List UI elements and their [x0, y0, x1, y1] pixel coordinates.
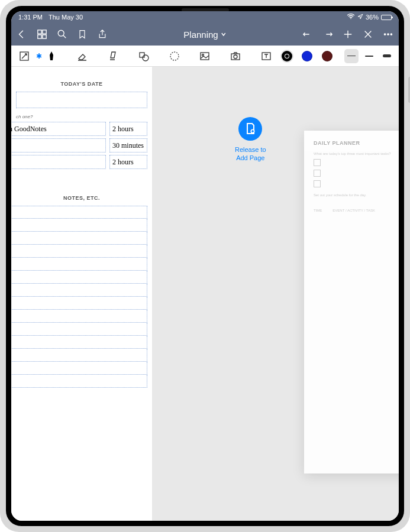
- close-edit-button[interactable]: [362, 28, 374, 40]
- zoom-tool[interactable]: [16, 48, 33, 64]
- svg-point-11: [143, 55, 148, 61]
- task-row[interactable]: s in GoodNotes 2 hours: [11, 122, 152, 136]
- color-blue[interactable]: [302, 51, 312, 61]
- section-date-title: TODAY'S DATE: [11, 81, 152, 87]
- thumbnails-button[interactable]: [36, 28, 48, 40]
- eraser-tool[interactable]: [74, 48, 91, 64]
- toolbar: ✱: [11, 46, 399, 67]
- back-button[interactable]: [16, 28, 28, 40]
- task-row[interactable]: 30 minutes: [11, 138, 152, 153]
- svg-rect-4: [43, 35, 46, 38]
- stroke-medium[interactable]: [362, 49, 376, 63]
- nav-bar: Planning: [11, 23, 399, 46]
- drag-checkbox: [314, 180, 321, 187]
- task-row[interactable]: rse 2 hours: [11, 155, 152, 169]
- drag-col-time: TIME: [314, 209, 322, 212]
- dragged-page-preview[interactable]: DAILY PLANNER What are today's top three…: [304, 131, 399, 473]
- search-button[interactable]: [56, 28, 68, 40]
- drag-page-title: DAILY PLANNER: [314, 140, 399, 146]
- task-time: 2 hours: [112, 125, 134, 134]
- svg-point-8: [390, 34, 392, 35]
- more-button[interactable]: [382, 28, 394, 40]
- color-darkred[interactable]: [322, 51, 332, 61]
- undo-button[interactable]: [302, 28, 314, 40]
- drag-sub: What are today's top three most importan…: [314, 152, 399, 155]
- drag-sub2: Set out your schedule for the day.: [314, 193, 399, 197]
- image-tool[interactable]: [196, 48, 213, 64]
- add-button[interactable]: [342, 28, 354, 40]
- color-black[interactable]: [282, 51, 292, 61]
- bookmark-button[interactable]: [76, 28, 88, 40]
- stroke-thin[interactable]: [344, 49, 359, 63]
- svg-rect-2: [43, 30, 46, 34]
- add-page-line2: Add Page: [236, 154, 264, 161]
- canvas-area[interactable]: TODAY'S DATE ch one? s in GoodNotes 2 ho…: [11, 67, 399, 521]
- status-time: 1:31 PM: [18, 14, 43, 21]
- pen-tool[interactable]: [43, 48, 60, 64]
- shapes-tool[interactable]: [135, 48, 152, 64]
- battery-pct: 36%: [366, 14, 379, 21]
- add-page-cue: Release to Add Page: [235, 117, 266, 163]
- add-page-icon: [238, 117, 262, 141]
- add-page-line1: Release to: [235, 146, 266, 153]
- question-text: ch one?: [16, 114, 147, 119]
- svg-point-14: [202, 54, 204, 56]
- text-tool[interactable]: [258, 48, 275, 64]
- bluetooth-icon: ✱: [36, 52, 42, 60]
- drag-checkbox: [314, 159, 321, 166]
- task-text: s in GoodNotes: [11, 125, 47, 134]
- highlighter-tool[interactable]: [105, 48, 121, 64]
- svg-point-12: [170, 52, 179, 60]
- svg-point-6: [384, 34, 385, 35]
- status-date: Thu May 30: [49, 14, 83, 21]
- date-field[interactable]: [16, 92, 147, 108]
- lasso-tool[interactable]: [166, 48, 183, 64]
- notes-lines[interactable]: [11, 206, 147, 388]
- battery-icon: [381, 15, 392, 20]
- svg-point-5: [58, 30, 64, 36]
- section-notes-title: NOTES, ETC.: [11, 195, 152, 201]
- task-time: 30 minutes: [112, 141, 144, 150]
- svg-point-7: [388, 34, 389, 35]
- drag-col-event: EVENT / ACTIVITY / TASK: [332, 209, 375, 212]
- document-title-button[interactable]: Planning: [183, 30, 226, 40]
- redo-button[interactable]: [322, 28, 334, 40]
- stroke-thick[interactable]: [380, 49, 394, 63]
- chevron-down-icon: [221, 31, 227, 37]
- document-title: Planning: [183, 30, 218, 40]
- svg-rect-1: [38, 30, 41, 34]
- share-button[interactable]: [96, 28, 108, 40]
- location-icon: [357, 14, 363, 21]
- current-page[interactable]: TODAY'S DATE ch one? s in GoodNotes 2 ho…: [11, 67, 152, 521]
- svg-rect-3: [38, 35, 41, 38]
- wifi-icon: [347, 14, 355, 21]
- camera-tool[interactable]: [227, 48, 244, 64]
- task-time: 2 hours: [112, 158, 134, 167]
- status-bar: 1:31 PM Thu May 30 36%: [11, 11, 399, 23]
- svg-point-0: [350, 18, 351, 20]
- svg-point-16: [234, 55, 237, 59]
- svg-rect-10: [140, 53, 144, 57]
- drag-checkbox: [314, 170, 321, 177]
